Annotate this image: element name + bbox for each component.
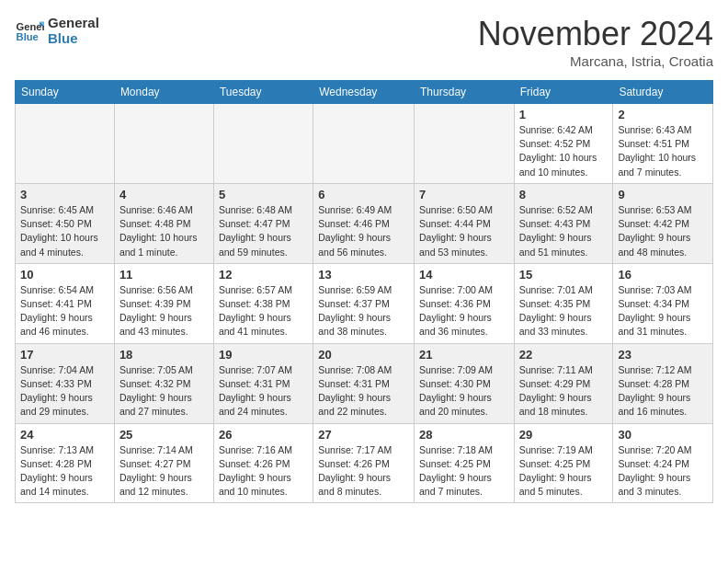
day-info: Sunrise: 6:54 AM Sunset: 4:41 PM Dayligh… bbox=[20, 283, 109, 339]
calendar-week-row: 24Sunrise: 7:13 AM Sunset: 4:28 PM Dayli… bbox=[16, 423, 713, 503]
calendar-day: 16Sunrise: 7:03 AM Sunset: 4:34 PM Dayli… bbox=[613, 263, 713, 343]
calendar-day: 12Sunrise: 6:57 AM Sunset: 4:38 PM Dayli… bbox=[213, 263, 313, 343]
day-number: 2 bbox=[618, 108, 708, 121]
calendar-day: 9Sunrise: 6:53 AM Sunset: 4:42 PM Daylig… bbox=[613, 183, 713, 263]
calendar-day: 10Sunrise: 6:54 AM Sunset: 4:41 PM Dayli… bbox=[16, 263, 115, 343]
day-number: 20 bbox=[318, 348, 409, 362]
logo-blue: Blue bbox=[48, 30, 99, 46]
day-number: 4 bbox=[119, 188, 209, 201]
day-info: Sunrise: 6:56 AM Sunset: 4:39 PM Dayligh… bbox=[119, 283, 209, 339]
day-number: 24 bbox=[20, 428, 109, 442]
calendar-day: 24Sunrise: 7:13 AM Sunset: 4:28 PM Dayli… bbox=[16, 423, 115, 503]
day-number: 10 bbox=[20, 268, 109, 282]
day-header-wednesday: Wednesday bbox=[313, 81, 415, 104]
calendar-day: 22Sunrise: 7:11 AM Sunset: 4:29 PM Dayli… bbox=[514, 343, 613, 423]
calendar-week-row: 17Sunrise: 7:04 AM Sunset: 4:33 PM Dayli… bbox=[16, 343, 713, 423]
day-number: 13 bbox=[318, 268, 409, 282]
day-number: 17 bbox=[20, 348, 109, 362]
day-info: Sunrise: 7:04 AM Sunset: 4:33 PM Dayligh… bbox=[20, 363, 109, 419]
calendar-day: 5Sunrise: 6:48 AM Sunset: 4:47 PM Daylig… bbox=[213, 183, 313, 263]
day-info: Sunrise: 6:50 AM Sunset: 4:44 PM Dayligh… bbox=[419, 203, 509, 259]
calendar-day: 28Sunrise: 7:18 AM Sunset: 4:25 PM Dayli… bbox=[415, 423, 515, 503]
day-info: Sunrise: 7:00 AM Sunset: 4:36 PM Dayligh… bbox=[419, 283, 509, 339]
day-info: Sunrise: 6:42 AM Sunset: 4:52 PM Dayligh… bbox=[519, 123, 609, 179]
calendar-week-row: 10Sunrise: 6:54 AM Sunset: 4:41 PM Dayli… bbox=[16, 263, 713, 343]
calendar-day: 1Sunrise: 6:42 AM Sunset: 4:52 PM Daylig… bbox=[514, 104, 613, 184]
calendar-day: 19Sunrise: 7:07 AM Sunset: 4:31 PM Dayli… bbox=[213, 343, 313, 423]
day-info: Sunrise: 6:46 AM Sunset: 4:48 PM Dayligh… bbox=[119, 203, 209, 259]
svg-text:Blue: Blue bbox=[17, 31, 39, 42]
calendar-day: 25Sunrise: 7:14 AM Sunset: 4:27 PM Dayli… bbox=[114, 423, 213, 503]
day-info: Sunrise: 6:43 AM Sunset: 4:51 PM Dayligh… bbox=[618, 123, 708, 179]
calendar-day bbox=[114, 104, 213, 184]
day-number: 11 bbox=[119, 268, 209, 282]
calendar-day: 7Sunrise: 6:50 AM Sunset: 4:44 PM Daylig… bbox=[415, 183, 515, 263]
day-info: Sunrise: 7:19 AM Sunset: 4:25 PM Dayligh… bbox=[519, 443, 609, 500]
day-info: Sunrise: 7:08 AM Sunset: 4:31 PM Dayligh… bbox=[318, 363, 409, 419]
day-info: Sunrise: 6:49 AM Sunset: 4:46 PM Dayligh… bbox=[318, 203, 409, 259]
day-header-sunday: Sunday bbox=[16, 81, 115, 104]
calendar-day: 29Sunrise: 7:19 AM Sunset: 4:25 PM Dayli… bbox=[514, 423, 613, 503]
day-number: 7 bbox=[419, 188, 509, 201]
calendar-day: 21Sunrise: 7:09 AM Sunset: 4:30 PM Dayli… bbox=[415, 343, 515, 423]
day-info: Sunrise: 7:07 AM Sunset: 4:31 PM Dayligh… bbox=[219, 363, 308, 419]
day-info: Sunrise: 6:59 AM Sunset: 4:37 PM Dayligh… bbox=[318, 283, 409, 339]
day-info: Sunrise: 6:53 AM Sunset: 4:42 PM Dayligh… bbox=[618, 203, 708, 259]
day-number: 1 bbox=[519, 108, 609, 121]
day-number: 15 bbox=[519, 268, 609, 282]
calendar-day: 2Sunrise: 6:43 AM Sunset: 4:51 PM Daylig… bbox=[613, 104, 713, 184]
day-number: 14 bbox=[419, 268, 509, 282]
day-info: Sunrise: 7:18 AM Sunset: 4:25 PM Dayligh… bbox=[419, 443, 509, 500]
calendar-day: 3Sunrise: 6:45 AM Sunset: 4:50 PM Daylig… bbox=[16, 183, 115, 263]
calendar-day: 30Sunrise: 7:20 AM Sunset: 4:24 PM Dayli… bbox=[613, 423, 713, 503]
day-info: Sunrise: 7:12 AM Sunset: 4:28 PM Dayligh… bbox=[618, 363, 708, 419]
day-info: Sunrise: 7:05 AM Sunset: 4:32 PM Dayligh… bbox=[119, 363, 209, 419]
calendar-day: 27Sunrise: 7:17 AM Sunset: 4:26 PM Dayli… bbox=[313, 423, 415, 503]
day-number: 16 bbox=[618, 268, 708, 282]
calendar-day bbox=[16, 104, 115, 184]
day-number: 18 bbox=[119, 348, 209, 362]
day-number: 29 bbox=[519, 428, 609, 442]
logo-general: General bbox=[48, 15, 99, 30]
day-number: 9 bbox=[618, 188, 708, 201]
day-info: Sunrise: 6:57 AM Sunset: 4:38 PM Dayligh… bbox=[219, 283, 308, 339]
day-info: Sunrise: 7:16 AM Sunset: 4:26 PM Dayligh… bbox=[219, 443, 308, 500]
page-header: General Blue General Blue November 2024 … bbox=[15, 15, 713, 69]
day-number: 6 bbox=[318, 188, 409, 201]
location-subtitle: Marcana, Istria, Croatia bbox=[478, 53, 713, 69]
day-number: 3 bbox=[20, 188, 109, 201]
day-info: Sunrise: 7:09 AM Sunset: 4:30 PM Dayligh… bbox=[419, 363, 509, 419]
day-number: 28 bbox=[419, 428, 509, 442]
day-number: 25 bbox=[119, 428, 209, 442]
day-number: 30 bbox=[618, 428, 708, 442]
day-number: 27 bbox=[318, 428, 409, 442]
calendar-day: 6Sunrise: 6:49 AM Sunset: 4:46 PM Daylig… bbox=[313, 183, 415, 263]
calendar-day: 18Sunrise: 7:05 AM Sunset: 4:32 PM Dayli… bbox=[114, 343, 213, 423]
month-title: November 2024 bbox=[478, 15, 713, 53]
day-number: 21 bbox=[419, 348, 509, 362]
day-info: Sunrise: 6:45 AM Sunset: 4:50 PM Dayligh… bbox=[20, 203, 109, 259]
day-number: 19 bbox=[219, 348, 308, 362]
day-header-saturday: Saturday bbox=[613, 81, 713, 104]
day-info: Sunrise: 7:01 AM Sunset: 4:35 PM Dayligh… bbox=[519, 283, 609, 339]
day-info: Sunrise: 7:11 AM Sunset: 4:29 PM Dayligh… bbox=[519, 363, 609, 419]
calendar-day bbox=[213, 104, 313, 184]
calendar-day: 11Sunrise: 6:56 AM Sunset: 4:39 PM Dayli… bbox=[114, 263, 213, 343]
day-header-tuesday: Tuesday bbox=[213, 81, 313, 104]
calendar-day: 23Sunrise: 7:12 AM Sunset: 4:28 PM Dayli… bbox=[613, 343, 713, 423]
logo: General Blue General Blue bbox=[15, 15, 99, 46]
day-info: Sunrise: 6:52 AM Sunset: 4:43 PM Dayligh… bbox=[519, 203, 609, 259]
calendar-day: 13Sunrise: 6:59 AM Sunset: 4:37 PM Dayli… bbox=[313, 263, 415, 343]
calendar-day: 14Sunrise: 7:00 AM Sunset: 4:36 PM Dayli… bbox=[415, 263, 515, 343]
day-info: Sunrise: 7:03 AM Sunset: 4:34 PM Dayligh… bbox=[618, 283, 708, 339]
day-info: Sunrise: 7:13 AM Sunset: 4:28 PM Dayligh… bbox=[20, 443, 109, 500]
logo-icon: General Blue bbox=[15, 16, 44, 45]
day-number: 8 bbox=[519, 188, 609, 201]
calendar-day: 20Sunrise: 7:08 AM Sunset: 4:31 PM Dayli… bbox=[313, 343, 415, 423]
day-number: 26 bbox=[219, 428, 308, 442]
calendar-day bbox=[415, 104, 515, 184]
day-info: Sunrise: 7:14 AM Sunset: 4:27 PM Dayligh… bbox=[119, 443, 209, 500]
day-info: Sunrise: 7:17 AM Sunset: 4:26 PM Dayligh… bbox=[318, 443, 409, 500]
calendar-week-row: 3Sunrise: 6:45 AM Sunset: 4:50 PM Daylig… bbox=[16, 183, 713, 263]
day-number: 12 bbox=[219, 268, 308, 282]
